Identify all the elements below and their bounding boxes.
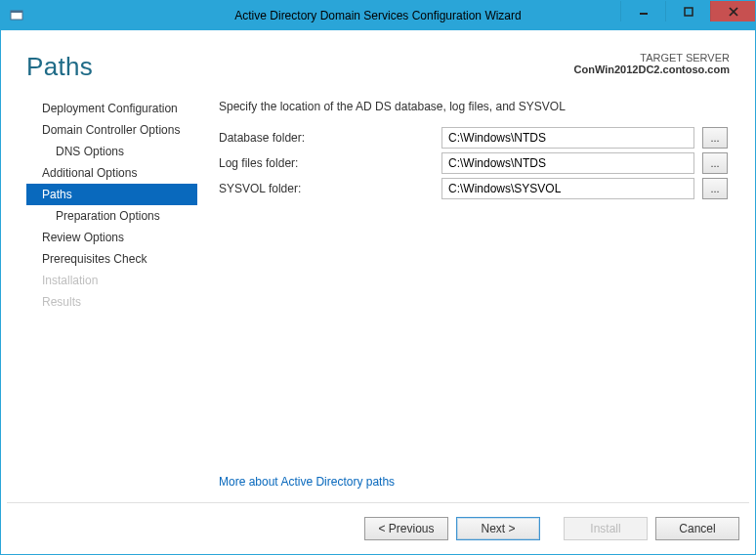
sysvol-folder-row: SYSVOL folder: ... — [219, 178, 728, 199]
logfiles-folder-label: Log files folder: — [219, 156, 434, 170]
previous-button[interactable]: < Previous — [364, 517, 448, 540]
wizard-nav: Deployment ConfigurationDomain Controlle… — [26, 92, 197, 502]
nav-item-domain-controller-options[interactable]: Domain Controller Options — [26, 119, 197, 141]
nav-item-installation: Installation — [26, 270, 197, 291]
more-about-paths-link[interactable]: More about Active Directory paths — [219, 475, 395, 489]
content-area: Deployment ConfigurationDomain Controlle… — [1, 92, 755, 502]
target-server-name: ConWin2012DC2.contoso.com — [574, 64, 730, 75]
server-manager-icon — [9, 8, 24, 23]
wizard-window: Active Directory Domain Services Configu… — [0, 0, 756, 555]
titlebar: Active Directory Domain Services Configu… — [1, 1, 755, 30]
sysvol-folder-label: SYSVOL folder: — [219, 182, 434, 195]
paths-pane: Specify the location of the AD DS databa… — [197, 92, 745, 502]
logfiles-folder-input[interactable] — [441, 152, 694, 174]
maximize-button[interactable] — [665, 1, 710, 21]
svg-rect-1 — [11, 11, 22, 13]
database-folder-input[interactable] — [441, 127, 694, 149]
sysvol-folder-input[interactable] — [441, 178, 694, 199]
database-folder-row: Database folder: ... — [219, 127, 728, 149]
database-folder-browse-button[interactable]: ... — [702, 127, 728, 149]
nav-item-preparation-options[interactable]: Preparation Options — [26, 205, 197, 227]
nav-item-paths[interactable]: Paths — [26, 184, 197, 205]
more-about-link-row: More about Active Directory paths — [219, 475, 728, 502]
target-server-label: TARGET SERVER — [574, 52, 730, 64]
form-rows: Database folder: ... Log files folder: .… — [219, 127, 728, 199]
next-button[interactable]: Next > — [456, 517, 540, 540]
nav-item-results: Results — [26, 291, 197, 313]
logfiles-folder-browse-button[interactable]: ... — [702, 152, 728, 174]
target-server: TARGET SERVER ConWin2012DC2.contoso.com — [574, 52, 730, 75]
page-title: Paths — [26, 52, 93, 82]
body: Paths TARGET SERVER ConWin2012DC2.contos… — [1, 30, 755, 554]
nav-item-dns-options[interactable]: DNS Options — [26, 141, 197, 162]
install-button[interactable]: Install — [564, 517, 648, 540]
instruction-text: Specify the location of the AD DS databa… — [219, 100, 728, 113]
nav-item-review-options[interactable]: Review Options — [26, 227, 197, 248]
nav-item-prerequisites-check[interactable]: Prerequisites Check — [26, 248, 197, 270]
close-button[interactable] — [710, 1, 755, 21]
database-folder-label: Database folder: — [219, 131, 434, 145]
nav-item-deployment-configuration[interactable]: Deployment Configuration — [26, 98, 197, 119]
header-row: Paths TARGET SERVER ConWin2012DC2.contos… — [1, 30, 755, 92]
cancel-button[interactable]: Cancel — [655, 517, 739, 540]
footer: < Previous Next > Install Cancel — [1, 503, 755, 554]
nav-item-additional-options[interactable]: Additional Options — [26, 162, 197, 184]
window-buttons — [620, 1, 755, 21]
sysvol-folder-browse-button[interactable]: ... — [702, 178, 728, 199]
logfiles-folder-row: Log files folder: ... — [219, 152, 728, 174]
svg-rect-3 — [685, 8, 693, 16]
minimize-button[interactable] — [620, 1, 665, 21]
